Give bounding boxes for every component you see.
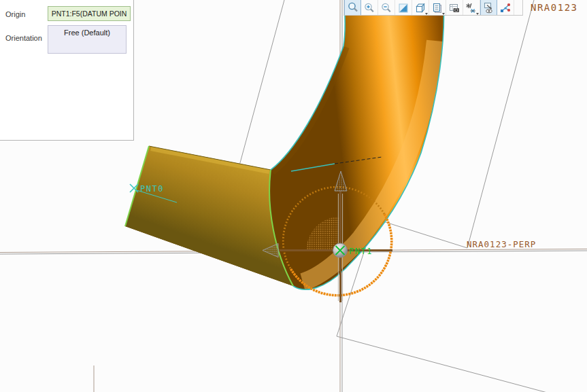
zoom-out-icon bbox=[380, 2, 392, 14]
datum-plane-main-right-edge[interactable] bbox=[467, 0, 534, 248]
point-label-pnt0[interactable]: PNT0 bbox=[140, 184, 164, 194]
dropdown-caret-icon[interactable] bbox=[425, 13, 428, 15]
zoom-in-icon bbox=[363, 2, 375, 14]
orientation-label: Orientation bbox=[5, 34, 42, 42]
datum-display-filter-button[interactable] bbox=[463, 0, 480, 16]
dropdown-caret-icon[interactable] bbox=[476, 13, 479, 15]
pipe-surface[interactable] bbox=[125, 0, 444, 289]
annotation-display-icon bbox=[483, 1, 495, 14]
annotation-display-button[interactable] bbox=[480, 0, 497, 16]
capture-icon bbox=[448, 2, 460, 14]
datum-plane-skew-bottom-edge[interactable] bbox=[337, 336, 552, 392]
csys-display-icon bbox=[499, 2, 511, 14]
pipe-model[interactable] bbox=[125, 0, 444, 289]
display-style-button[interactable] bbox=[429, 0, 446, 16]
refit-button[interactable] bbox=[395, 0, 412, 16]
named-views-button[interactable] bbox=[412, 0, 429, 16]
zoom-out-button[interactable] bbox=[378, 0, 395, 16]
refit-icon bbox=[397, 2, 409, 14]
datum-plane-label-nra0123-perp[interactable]: NRA0123-PERP bbox=[467, 239, 536, 249]
csys-display-button[interactable] bbox=[497, 0, 514, 16]
datum-plane-label-nra0123[interactable]: NRA0123 bbox=[531, 2, 578, 13]
dropdown-caret-icon[interactable] bbox=[442, 13, 445, 15]
pipe-left-segment-surface[interactable] bbox=[125, 146, 293, 286]
orientation-field[interactable]: Free (Default) bbox=[48, 25, 127, 54]
creo-datum-point-placement-screen: { "reference_panel": { "origin_label": "… bbox=[0, 0, 587, 392]
graphics-toolbar bbox=[343, 0, 523, 16]
datum-plane-main-left-edge[interactable] bbox=[237, 0, 284, 175]
capture-button[interactable] bbox=[446, 0, 463, 16]
point-placement-panel: Origin PNT1:F5(DATUM POIN Orientation Fr… bbox=[0, 0, 134, 141]
zoom-in-button[interactable] bbox=[361, 0, 378, 16]
zoom-region-button[interactable] bbox=[344, 0, 361, 16]
origin-label: Origin bbox=[5, 10, 25, 18]
zoom-region-icon bbox=[347, 1, 359, 14]
point-label-pnt1[interactable]: PNT1 bbox=[349, 247, 373, 256]
origin-reference-field[interactable]: PNT1:F5(DATUM POIN bbox=[48, 6, 131, 21]
